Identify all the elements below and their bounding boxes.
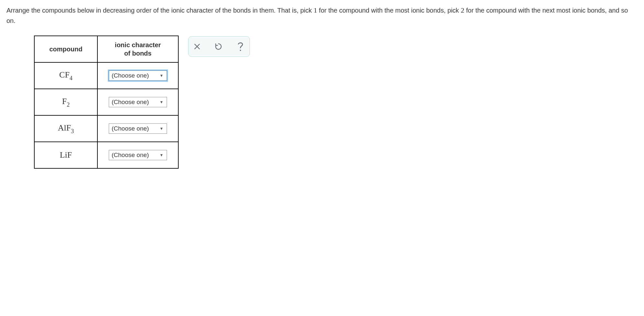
- select-placeholder: (Choose one): [112, 125, 149, 132]
- select-cell: (Choose one)▼: [97, 89, 178, 115]
- table-row: CF4(Choose one)▼: [34, 62, 178, 89]
- ionic-rank-select[interactable]: (Choose one)▼: [109, 70, 167, 81]
- instr-part2: for the compound with the most ionic bon…: [317, 7, 461, 14]
- compound-cell: CF4: [34, 62, 97, 89]
- compound-base: AlF: [58, 123, 71, 132]
- select-cell: (Choose one)▼: [97, 142, 178, 168]
- select-placeholder: (Choose one): [112, 72, 149, 79]
- instr-num1: 1: [314, 6, 317, 14]
- compound-table: compound ionic character of bonds CF4(Ch…: [34, 36, 179, 169]
- compound-base: CF: [59, 70, 70, 79]
- header-compound: compound: [34, 36, 97, 62]
- header-ionic-l2: of bonds: [124, 50, 151, 57]
- close-icon: [194, 43, 201, 50]
- table-row: LiF(Choose one)▼: [34, 142, 178, 168]
- header-ionic-l1: ionic character: [115, 41, 161, 48]
- chevron-down-icon: ▼: [160, 126, 163, 131]
- select-placeholder: (Choose one): [112, 99, 149, 106]
- ionic-rank-select[interactable]: (Choose one)▼: [109, 123, 167, 134]
- compound-cell: LiF: [34, 142, 97, 168]
- compound-subscript: 2: [67, 101, 70, 108]
- chevron-down-icon: ▼: [160, 73, 163, 78]
- svg-point-0: [240, 50, 241, 51]
- chevron-down-icon: ▼: [160, 153, 163, 157]
- compound-cell: AlF3: [34, 115, 97, 142]
- chevron-down-icon: ▼: [160, 100, 163, 104]
- select-cell: (Choose one)▼: [97, 62, 178, 89]
- select-cell: (Choose one)▼: [97, 115, 178, 142]
- reset-button[interactable]: [214, 42, 223, 51]
- clear-button[interactable]: [194, 43, 201, 50]
- help-button[interactable]: [236, 41, 245, 52]
- question-icon: [236, 41, 245, 52]
- instr-part1: Arrange the compounds below in decreasin…: [6, 7, 314, 14]
- instr-num2: 2: [461, 6, 464, 14]
- compound-subscript: 3: [71, 128, 74, 134]
- compound-subscript: 4: [70, 75, 72, 81]
- table-row: F2(Choose one)▼: [34, 89, 178, 115]
- select-placeholder: (Choose one): [112, 152, 149, 159]
- actions-toolbar: [188, 36, 250, 57]
- undo-icon: [214, 42, 223, 51]
- compound-base: LiF: [60, 150, 72, 160]
- ionic-rank-select[interactable]: (Choose one)▼: [109, 150, 167, 160]
- instructions-text: Arrange the compounds below in decreasin…: [6, 5, 638, 26]
- header-ionic-character: ionic character of bonds: [97, 36, 178, 62]
- compound-base: F: [62, 97, 67, 106]
- compound-cell: F2: [34, 89, 97, 115]
- table-row: AlF3(Choose one)▼: [34, 115, 178, 142]
- ionic-rank-select[interactable]: (Choose one)▼: [109, 97, 167, 107]
